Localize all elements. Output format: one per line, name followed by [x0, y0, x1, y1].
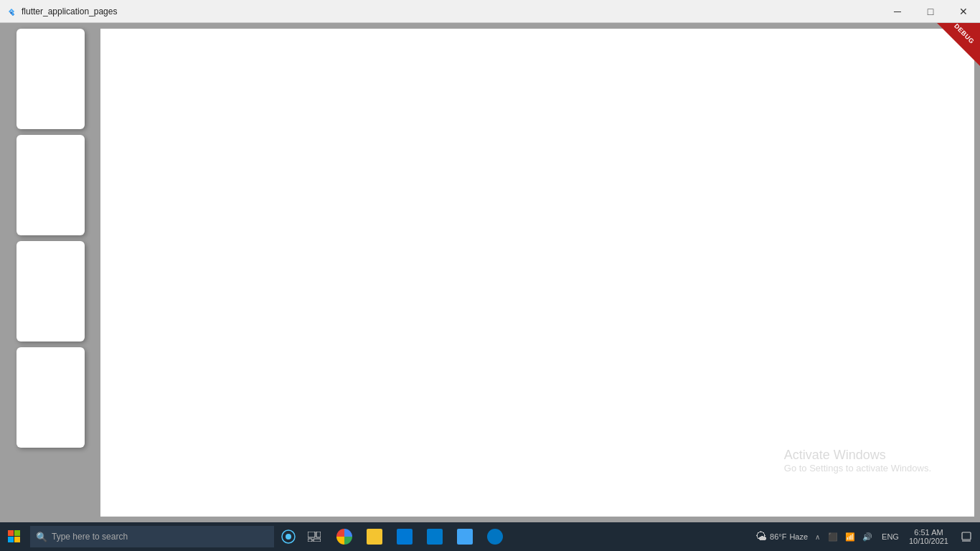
- language-indicator[interactable]: ENG: [879, 529, 902, 544]
- dart-icon: [487, 529, 503, 545]
- svg-rect-6: [14, 537, 20, 542]
- taskbar-app-file-explorer[interactable]: [360, 522, 389, 551]
- task-view-button[interactable]: [301, 524, 327, 550]
- svg-rect-10: [316, 532, 321, 537]
- weather-widget[interactable]: 🌤 86°F Haze: [751, 530, 812, 543]
- activate-windows-watermark: Activate Windows Go to Settings to activ…: [784, 448, 931, 474]
- notification-button[interactable]: [956, 522, 977, 551]
- close-button[interactable]: ✕: [947, 0, 980, 23]
- flutter-taskbar-icon: [457, 529, 473, 545]
- activate-windows-title: Activate Windows: [784, 448, 931, 463]
- flutter-icon: [6, 6, 17, 17]
- svg-rect-4: [14, 530, 20, 536]
- page-thumb-4[interactable]: [17, 347, 85, 448]
- weather-icon: 🌤: [755, 530, 767, 543]
- show-hidden-icons-button[interactable]: ∧: [814, 533, 821, 541]
- maximize-button[interactable]: □: [914, 0, 947, 23]
- taskbar-app-vscode[interactable]: [420, 522, 449, 551]
- tray-icons-group: ⬛ 📶 🔊: [823, 529, 877, 544]
- taskbar-app-store[interactable]: [390, 522, 419, 551]
- weather-condition: Haze: [789, 532, 808, 541]
- taskbar-app-chrome[interactable]: [330, 522, 359, 551]
- taskbar: 🔍 Type here to search: [0, 522, 980, 551]
- cortana-icon: [281, 529, 296, 544]
- minimize-button[interactable]: ─: [881, 0, 914, 23]
- clock-time: 6:51 AM: [914, 528, 943, 537]
- svg-rect-5: [8, 537, 14, 542]
- taskbar-apps: [330, 522, 509, 551]
- network-icon[interactable]: 📶: [843, 529, 857, 544]
- store-icon: [397, 529, 413, 545]
- volume-icon[interactable]: 🔊: [860, 529, 875, 544]
- cortana-button[interactable]: [275, 524, 301, 550]
- weather-temperature: 86°F: [770, 532, 786, 541]
- windows-logo-icon: [8, 530, 21, 543]
- page-thumb-3[interactable]: [17, 241, 85, 342]
- svg-rect-3: [8, 530, 14, 536]
- taskbar-app-dart[interactable]: [481, 522, 509, 551]
- svg-rect-13: [962, 532, 971, 540]
- page-thumb-1[interactable]: [17, 29, 85, 129]
- taskbar-app-flutter[interactable]: [451, 522, 479, 551]
- notification-icon: [961, 531, 972, 542]
- tray-icon-1[interactable]: ⬛: [826, 529, 840, 544]
- chrome-icon: [336, 529, 352, 545]
- vscode-icon: [427, 529, 443, 545]
- main-canvas: Activate Windows Go to Settings to activ…: [100, 29, 974, 517]
- search-placeholder-text: Type here to search: [52, 532, 128, 542]
- svg-rect-9: [308, 532, 315, 537]
- start-button[interactable]: [0, 522, 29, 551]
- title-bar: flutter_application_pages ─ □ ✕: [0, 0, 980, 23]
- title-bar-left: flutter_application_pages: [0, 6, 117, 17]
- activate-windows-subtitle: Go to Settings to activate Windows.: [784, 463, 931, 474]
- search-icon: 🔍: [36, 532, 47, 542]
- folder-icon: [367, 529, 382, 545]
- task-view-icon: [308, 532, 321, 542]
- svg-rect-12: [314, 539, 321, 542]
- clock-date: 10/10/2021: [909, 537, 948, 545]
- sidebar: [0, 23, 100, 522]
- page-thumb-2[interactable]: [17, 135, 85, 235]
- app-container: DEBUG Activate Windows Go to Settings to…: [0, 23, 980, 522]
- clock[interactable]: 6:51 AM 10/10/2021: [903, 528, 954, 545]
- svg-point-8: [286, 534, 291, 540]
- search-bar[interactable]: 🔍 Type here to search: [30, 526, 274, 547]
- svg-rect-11: [308, 539, 312, 542]
- title-bar-title: flutter_application_pages: [22, 6, 117, 17]
- title-bar-controls: ─ □ ✕: [881, 0, 980, 22]
- system-tray: 🌤 86°F Haze ∧ ⬛ 📶 🔊 ENG 6:51 AM 10/10/20…: [751, 522, 980, 551]
